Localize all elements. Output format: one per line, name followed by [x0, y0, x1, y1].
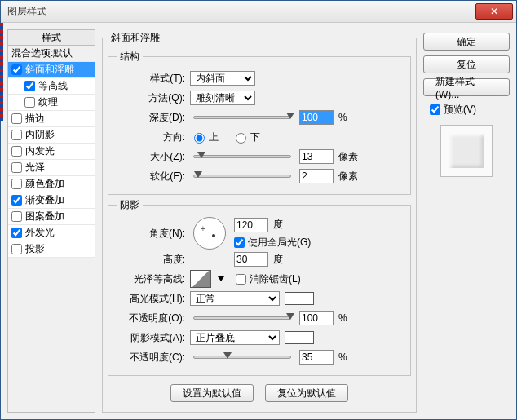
bevel-emboss-group: 斜面和浮雕 结构 样式(T): 内斜面 方法(Q): 雕刻清晰 深度(D):: [102, 31, 417, 413]
highlight-opacity-input[interactable]: [299, 311, 334, 325]
highlight-color-swatch[interactable]: [285, 292, 314, 305]
altitude-input[interactable]: [234, 252, 268, 267]
sidebar-item-2[interactable]: 等高线: [8, 78, 95, 95]
gloss-contour-label: 光泽等高线:: [117, 272, 185, 286]
angle-unit: 度: [273, 218, 283, 232]
gloss-contour-picker[interactable]: [190, 270, 211, 288]
preview-swatch: [449, 134, 484, 168]
global-light-checkbox[interactable]: 使用全局光(G): [234, 236, 311, 250]
depth-slider[interactable]: [193, 116, 291, 119]
soften-slider[interactable]: [193, 175, 291, 178]
sidebar-item-label: 纹理: [38, 95, 58, 109]
soften-label: 软化(F):: [117, 170, 185, 183]
preview-box: [440, 125, 493, 177]
sidebar-item-checkbox[interactable]: [11, 244, 22, 254]
sidebar-item-checkbox[interactable]: [11, 130, 22, 140]
depth-label: 深度(D):: [117, 111, 185, 125]
sidebar-item-5[interactable]: 内阴影: [8, 127, 95, 144]
sidebar-item-checkbox[interactable]: [24, 97, 35, 108]
angle-label: 角度(N):: [117, 227, 185, 241]
shadow-opacity-label: 不透明度(C):: [117, 351, 185, 365]
new-style-button[interactable]: 新建样式(W)...: [423, 78, 510, 96]
sidebar-item-checkbox[interactable]: [11, 64, 22, 75]
make-default-button[interactable]: 设置为默认值: [170, 384, 254, 402]
reset-button[interactable]: 复位: [423, 55, 510, 73]
sidebar-item-checkbox[interactable]: [11, 211, 22, 222]
shading-group: 阴影 角度(N): + 度: [108, 198, 411, 376]
direction-label: 方向:: [117, 130, 185, 144]
sidebar-item-3[interactable]: 纹理: [8, 95, 95, 111]
sidebar-item-12[interactable]: 投影: [8, 241, 95, 258]
sidebar-item-11[interactable]: 外发光: [8, 225, 95, 241]
size-label: 大小(Z):: [117, 150, 185, 164]
technique-select[interactable]: 雕刻清晰: [190, 91, 255, 105]
sidebar-item-10[interactable]: 图案叠加: [8, 209, 95, 225]
sidebar-item-checkbox[interactable]: [11, 113, 22, 124]
soften-unit: 像素: [338, 170, 363, 183]
layer-style-dialog: 图层样式 ✕ 样式 混合选项:默认斜面和浮雕等高线纹理描边内阴影内发光光泽颜色叠…: [0, 0, 517, 420]
sidebar-item-label: 光泽: [25, 161, 45, 175]
sidebar-item-label: 颜色叠加: [25, 177, 64, 191]
direction-down[interactable]: 下: [232, 130, 260, 144]
group-title: 斜面和浮雕: [108, 31, 163, 45]
sidebar-item-label: 内阴影: [25, 128, 55, 142]
highlight-mode-label: 高光模式(H):: [117, 292, 185, 306]
dialog-body: 样式 混合选项:默认斜面和浮雕等高线纹理描边内阴影内发光光泽颜色叠加渐变叠加图案…: [1, 23, 516, 419]
sidebar-item-label: 渐变叠加: [25, 193, 64, 207]
style-label: 样式(T):: [117, 72, 185, 86]
shadow-color-swatch[interactable]: [285, 331, 314, 344]
sidebar-item-label: 投影: [25, 242, 45, 256]
sidebar-item-checkbox[interactable]: [24, 81, 35, 91]
preview-checkbox[interactable]: [430, 104, 440, 115]
direction-up[interactable]: 上: [190, 130, 219, 144]
angle-dial[interactable]: +: [193, 217, 226, 250]
decoration: [0, 23, 3, 121]
highlight-mode-select[interactable]: 正常: [190, 291, 280, 306]
sidebar-item-checkbox[interactable]: [11, 162, 22, 173]
size-unit: 像素: [338, 150, 363, 164]
shadow-opacity-slider[interactable]: [193, 356, 291, 359]
ok-button[interactable]: 确定: [423, 33, 510, 51]
size-input[interactable]: [299, 149, 334, 164]
highlight-opacity-slider[interactable]: [193, 316, 291, 320]
depth-input[interactable]: [299, 110, 334, 125]
chevron-down-icon[interactable]: [218, 276, 224, 281]
sidebar-item-6[interactable]: 内发光: [8, 144, 95, 160]
antialias-checkbox[interactable]: 消除锯齿(L): [236, 272, 301, 286]
dial-crosshair-icon: +: [201, 224, 205, 233]
shadow-mode-label: 阴影模式(A):: [117, 331, 185, 345]
sidebar-item-checkbox[interactable]: [11, 228, 22, 238]
style-select[interactable]: 内斜面: [190, 71, 255, 86]
technique-label: 方法(Q):: [117, 91, 185, 105]
sidebar-item-checkbox[interactable]: [11, 146, 22, 157]
sidebar-item-9[interactable]: 渐变叠加: [8, 192, 95, 209]
sidebar-item-0[interactable]: 混合选项:默认: [8, 46, 95, 62]
altitude-unit: 度: [273, 253, 283, 267]
sidebar-item-checkbox[interactable]: [11, 179, 22, 189]
titlebar: 图层样式 ✕: [1, 1, 516, 23]
reset-default-button[interactable]: 复位为默认值: [265, 384, 348, 402]
close-icon: ✕: [490, 7, 498, 16]
window-title: 图层样式: [1, 5, 46, 19]
sidebar-item-4[interactable]: 描边: [8, 111, 95, 127]
structure-group: 结构 样式(T): 内斜面 方法(Q): 雕刻清晰 深度(D): %: [108, 50, 411, 195]
depth-unit: %: [338, 112, 363, 123]
sidebar-item-label: 等高线: [38, 79, 68, 93]
size-slider[interactable]: [193, 155, 291, 158]
dial-dot-icon: [212, 234, 215, 237]
settings-panel: 斜面和浮雕 结构 样式(T): 内斜面 方法(Q): 雕刻清晰 深度(D):: [102, 29, 417, 413]
styles-sidebar: 样式 混合选项:默认斜面和浮雕等高线纹理描边内阴影内发光光泽颜色叠加渐变叠加图案…: [7, 29, 95, 413]
soften-input[interactable]: [299, 169, 334, 183]
preview-label: 预览(V): [444, 103, 476, 117]
sidebar-item-label: 斜面和浮雕: [25, 63, 74, 77]
highlight-opacity-unit: %: [338, 312, 363, 324]
sidebar-item-8[interactable]: 颜色叠加: [8, 176, 95, 192]
altitude-label: 高度:: [117, 253, 185, 267]
sidebar-item-checkbox[interactable]: [11, 195, 22, 206]
sidebar-item-1[interactable]: 斜面和浮雕: [8, 62, 95, 78]
shadow-opacity-input[interactable]: [299, 350, 334, 365]
shadow-mode-select[interactable]: 正片叠底: [190, 330, 280, 345]
sidebar-item-7[interactable]: 光泽: [8, 160, 95, 176]
angle-input[interactable]: [234, 218, 268, 232]
close-button[interactable]: ✕: [475, 3, 513, 20]
